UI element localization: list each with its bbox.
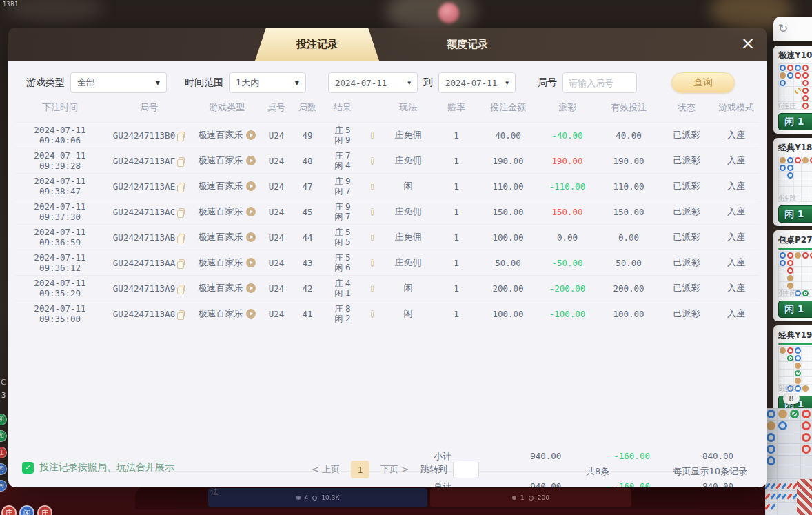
- copy-icon[interactable]: [179, 234, 185, 241]
- copy-icon[interactable]: [179, 157, 185, 164]
- cell-valid-bet: 190.00: [597, 156, 660, 166]
- next-page-button[interactable]: 下页 >: [380, 463, 409, 476]
- col-header: 投注金额: [478, 101, 538, 114]
- cell-payout: 190.00: [538, 156, 597, 166]
- bet-records-modal: 投注记录 额度记录 × 游戏类型 全部 ▼ 时间范围 1天内 ▼ 2024-07…: [8, 28, 767, 487]
- cell-game-type: 极速百家乐: [193, 307, 261, 320]
- copy-icon[interactable]: [179, 310, 185, 317]
- copy-icon[interactable]: [179, 132, 185, 139]
- cell-odds: 1: [434, 309, 478, 319]
- bead: [780, 157, 786, 163]
- play-video-icon[interactable]: [246, 181, 256, 191]
- cell-play-type: 闲: [382, 282, 434, 294]
- table-row: 2024-07-11 09:40:06 GU24247113B0 极速百家乐 U…: [15, 122, 760, 148]
- cell-valid-bet: 100.00: [597, 309, 660, 319]
- play-video-icon[interactable]: [246, 309, 256, 319]
- cell-game-mode: 入座: [713, 129, 760, 141]
- game-type-text: 极速百家乐: [199, 307, 243, 320]
- cell-game-type: 极速百家乐: [193, 154, 261, 167]
- info-icon[interactable]: i: [371, 310, 373, 318]
- col-header: 游戏类型: [193, 101, 261, 114]
- banker-bet-zone[interactable]: 1 200: [430, 488, 631, 507]
- cell-round-no: GU24247113B0: [105, 130, 193, 141]
- cell-bet-amount: 110.00: [478, 181, 538, 192]
- table-card-title: 经典Y18: [778, 141, 812, 156]
- info-icon[interactable]: i: [371, 285, 373, 292]
- play-video-icon[interactable]: [246, 283, 256, 293]
- time-range-select[interactable]: 1天内 ▼: [229, 72, 306, 93]
- merge-toggle[interactable]: ✓ 投注记录按照局、玩法合并展示: [22, 461, 174, 474]
- info-icon[interactable]: i: [371, 132, 373, 139]
- date-from-select[interactable]: 2024-07-11 ▼: [328, 72, 418, 93]
- round-no-input[interactable]: [562, 72, 637, 93]
- close-icon[interactable]: ×: [739, 35, 757, 53]
- refresh-tables-button[interactable]: ↻: [773, 17, 812, 41]
- bead: [787, 157, 793, 163]
- bead-marker: 闲: [0, 480, 7, 492]
- cell-status: 已派彩: [660, 256, 713, 269]
- play-video-icon[interactable]: [246, 207, 256, 216]
- info-icon[interactable]: i: [371, 208, 373, 216]
- cell-table-no: U24: [261, 283, 292, 294]
- tab-quota-records[interactable]: 额度记录: [407, 28, 528, 61]
- col-header: 派彩: [538, 101, 597, 114]
- copy-icon[interactable]: [179, 183, 185, 190]
- copy-icon[interactable]: [179, 285, 185, 292]
- table-card[interactable]: 经典Y18 4连跳 闲 1: [773, 138, 812, 226]
- date-from-value: 2024-07-11: [335, 78, 387, 88]
- table-card[interactable]: 极速Y10 6连庄 闲 1: [773, 46, 812, 134]
- cell-bet-amount: 100.00: [478, 309, 538, 319]
- game-type-text: 极速百家乐: [199, 231, 243, 243]
- play-video-icon[interactable]: [246, 258, 256, 267]
- bead: [787, 347, 793, 354]
- bead: [780, 72, 786, 79]
- info-icon[interactable]: i: [371, 234, 373, 241]
- tab-bet-records[interactable]: 投注记录: [255, 28, 379, 61]
- checkbox-checked-icon[interactable]: ✓: [22, 462, 34, 474]
- info-icon[interactable]: i: [371, 157, 373, 165]
- player-bet-zone[interactable]: 4 10.3K: [208, 488, 427, 507]
- cell-odds: 1: [434, 181, 478, 192]
- cell-game-type: 极速百家乐: [193, 231, 261, 243]
- info-icon[interactable]: i: [371, 183, 373, 190]
- game-type-text: 极速百家乐: [199, 180, 243, 192]
- search-button[interactable]: 查询: [671, 72, 735, 93]
- copy-icon[interactable]: [179, 208, 185, 215]
- table-code-label: 13B1: [3, 1, 19, 8]
- bead: [802, 421, 811, 430]
- date-to-select[interactable]: 2024-07-11 ▼: [438, 72, 516, 93]
- prev-page-button[interactable]: < 上页: [312, 463, 340, 476]
- cell-odds: 1: [434, 258, 478, 268]
- cell-game-mode: 入座: [713, 231, 760, 243]
- cell-bet-amount: 190.00: [478, 156, 538, 166]
- game-type-select[interactable]: 全部 ▼: [70, 72, 167, 93]
- current-page[interactable]: 1: [351, 461, 369, 478]
- player-points: 闲 9: [323, 135, 363, 145]
- round-no-text: GU24247113AE: [113, 181, 175, 192]
- bead: [767, 410, 775, 418]
- bead: [780, 165, 786, 171]
- copy-icon[interactable]: [179, 259, 185, 266]
- bead: [778, 421, 787, 430]
- modal-header: 投注记录 额度记录 ×: [8, 28, 767, 61]
- bead: [802, 410, 811, 418]
- cell-play-type: 庄免佣: [382, 231, 434, 243]
- play-video-icon[interactable]: [246, 130, 256, 140]
- jump-page-input[interactable]: [453, 461, 479, 478]
- col-header: 局数: [292, 101, 323, 114]
- cell-result: 庄 5 闲 6: [323, 253, 363, 272]
- round-no-text: GU24247113B0: [113, 130, 175, 141]
- cell-bet-time: 2024-07-11 09:35:00: [15, 303, 105, 324]
- col-header: 游戏模式: [713, 101, 760, 114]
- jump-to-page: 跳转到: [420, 461, 479, 478]
- play-video-icon[interactable]: [246, 156, 256, 165]
- bead: [802, 433, 811, 442]
- bead: [787, 283, 793, 289]
- info-icon[interactable]: i: [371, 259, 373, 267]
- cell-bet-amount: 50.00: [478, 258, 538, 268]
- play-video-icon[interactable]: [246, 232, 256, 242]
- cell-bet-time: 2024-07-11 09:38:47: [15, 176, 105, 196]
- bead: [780, 80, 786, 86]
- table-card[interactable]: 包桌P27 4连闲 闲 1: [773, 230, 812, 321]
- cell-valid-bet: 200.00: [597, 283, 660, 294]
